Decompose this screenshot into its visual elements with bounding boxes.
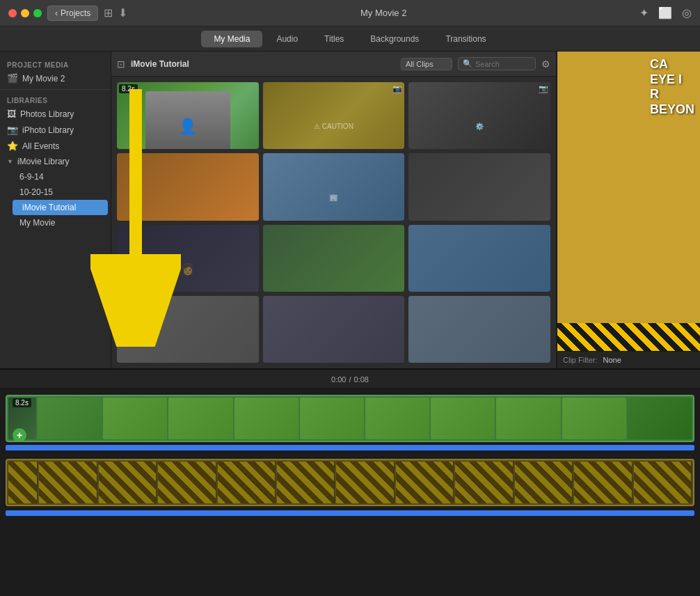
tab-transitions[interactable]: Transitions [433, 31, 498, 47]
secondary-frame [218, 462, 276, 503]
camera-icon: 📷 [539, 84, 548, 93]
minimize-button[interactable] [21, 9, 29, 17]
voiceover-icon[interactable]: ◎ [682, 6, 692, 19]
track-frame [103, 398, 167, 439]
traffic-lights [8, 9, 42, 17]
project-media-label: PROJECT MEDIA [0, 57, 111, 70]
projects-button[interactable]: ‹ Projects [47, 6, 98, 21]
titlebar: ‹ Projects ⊞ ⬇ My Movie 2 ✦ ⬜ ◎ [0, 0, 700, 26]
main-track-selection-bar [6, 445, 694, 450]
timeline-tracks: 8.2s + [0, 389, 700, 596]
sidebar-item-10-20-15[interactable]: 10-20-15 [10, 185, 111, 200]
list-item[interactable]: 👩 [117, 225, 259, 292]
list-item[interactable]: ⚠ CAUTION 📷 [263, 82, 405, 149]
import-icon[interactable]: ⬇ [118, 6, 127, 19]
sidebar-item-my-movie[interactable]: 🎬 My Movie 2 [0, 70, 111, 86]
list-item[interactable]: ⚙️ 📷 [408, 82, 550, 149]
search-box[interactable]: 🔍 [458, 57, 536, 70]
sidebar-item-imovie-tutorial[interactable]: iMovie Tutorial [13, 200, 108, 215]
secondary-frame [99, 462, 157, 503]
secondary-frame [396, 462, 454, 503]
camera-icon: 📷 [392, 84, 402, 93]
list-item[interactable]: 👤 8.2s [117, 82, 259, 149]
clip-filter-row: Clip Filter: None [557, 351, 700, 368]
tab-titles[interactable]: Titles [312, 31, 356, 47]
main-track[interactable]: 8.2s + [6, 395, 694, 442]
collapse-arrow-icon: ▼ [7, 158, 13, 165]
sidebar-item-iphoto-library[interactable]: 📷 iPhoto Library [0, 122, 111, 138]
list-item[interactable] [408, 225, 550, 292]
layout-toggle-icon[interactable]: ⊡ [117, 58, 125, 70]
sidebar-item-my-movie-sub[interactable]: My Movie [10, 215, 111, 230]
track-frame [562, 398, 626, 439]
grid-view-icon[interactable]: ⊞ [104, 6, 113, 19]
secondary-frame [455, 462, 513, 503]
magic-wand-icon[interactable]: ✦ [639, 6, 649, 19]
preview-panel: CAEYE IRBEYON Clip Filter: None [557, 52, 700, 368]
view-toggle-icon[interactable]: ⬜ [658, 6, 672, 19]
clip-duration: 8.2s [119, 84, 138, 93]
track-frame [431, 398, 495, 439]
sidebar-item-photos-library[interactable]: 🖼 Photos Library [0, 106, 111, 122]
settings-icon[interactable]: ⚙ [541, 58, 550, 70]
sidebar-item-all-events[interactable]: ⭐ All Events [0, 138, 111, 154]
titlebar-icons: ✦ ⬜ ◎ [639, 6, 692, 19]
list-item[interactable] [117, 153, 259, 220]
list-item[interactable] [263, 296, 405, 363]
track-frame [38, 398, 102, 439]
sidebar-item-imovie-library[interactable]: ▼ iMovie Library [0, 154, 111, 169]
track-frame [496, 398, 560, 439]
secondary-frame [277, 462, 335, 503]
track-frame [300, 398, 364, 439]
clip-filter-value: None [603, 356, 621, 364]
secondary-frame [39, 462, 97, 503]
list-item[interactable] [263, 225, 405, 292]
preview-video: CAEYE IRBEYON [557, 52, 700, 351]
media-toolbar: ⊡ iMovie Tutorial All Clips Favorites Re… [111, 52, 556, 77]
clip-filter-label: Clip Filter: [563, 356, 598, 364]
track-frame [234, 398, 299, 439]
track-frame [365, 398, 429, 439]
libraries-label: LIBRARIES [0, 93, 111, 106]
clip-grid: 👤 8.2s ⚠ CAUTION 📷 ⚙️ 📷 [111, 77, 556, 368]
add-clip-button[interactable]: + [13, 428, 26, 442]
list-item[interactable] [117, 296, 259, 363]
main-track-duration: 8.2s [13, 398, 31, 407]
secondary-track[interactable] [6, 459, 694, 506]
sidebar-item-6-9-14[interactable]: 6-9-14 [10, 169, 111, 185]
secondary-frame [515, 462, 573, 503]
star-icon: ⭐ [7, 141, 18, 151]
tab-audio[interactable]: Audio [264, 31, 310, 47]
secondary-frame [8, 462, 38, 503]
secondary-frame [336, 462, 394, 503]
media-browser-title: iMovie Tutorial [131, 59, 395, 69]
chevron-left-icon: ‹ [55, 8, 58, 18]
titlebar-left: ‹ Projects ⊞ ⬇ [8, 6, 127, 21]
secondary-frame [634, 462, 692, 503]
track-frame [168, 398, 232, 439]
track-frame [628, 398, 692, 439]
fullscreen-button[interactable] [33, 9, 42, 17]
film-icon: 🎬 [7, 73, 18, 84]
secondary-track-selection-bar [6, 510, 694, 516]
close-button[interactable] [8, 9, 17, 17]
toolbar: My Media Audio Titles Backgrounds Transi… [0, 26, 700, 52]
sidebar: PROJECT MEDIA 🎬 My Movie 2 LIBRARIES 🖼 P… [0, 52, 111, 368]
tab-backgrounds[interactable]: Backgrounds [358, 31, 431, 47]
timeline-section: 0:00 / 0:08 8.2s [0, 368, 700, 596]
photos-icon: 🖼 [7, 109, 16, 119]
secondary-frame [574, 462, 632, 503]
list-item[interactable] [408, 296, 550, 363]
tab-my-media[interactable]: My Media [201, 31, 262, 47]
clips-filter-select[interactable]: All Clips Favorites Rejected [401, 58, 452, 70]
search-input[interactable] [475, 60, 531, 68]
secondary-track-frames [7, 460, 693, 505]
media-browser: ⊡ iMovie Tutorial All Clips Favorites Re… [111, 52, 557, 368]
track-frames [7, 396, 693, 441]
timeline-timecode: 0:00 / 0:08 [0, 370, 700, 389]
secondary-frame [158, 462, 216, 503]
iphoto-icon: 📷 [7, 125, 18, 135]
list-item[interactable] [408, 153, 550, 220]
preview-text: CAEYE IRBEYON [647, 54, 697, 120]
list-item[interactable]: 🏢 [263, 153, 405, 220]
